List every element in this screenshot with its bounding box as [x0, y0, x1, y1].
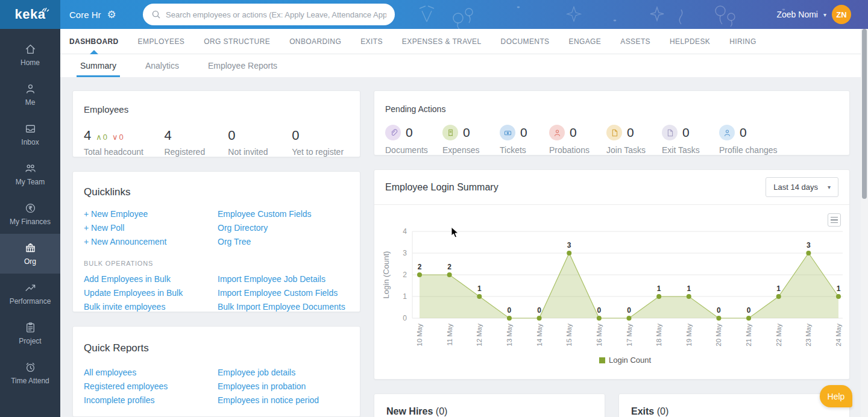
clock-icon: [24, 361, 37, 374]
svg-text:17 May: 17 May: [626, 324, 633, 346]
quicklink-link-new-poll[interactable]: + New Poll: [84, 223, 218, 233]
bulk-link-update-employees-in-bulk[interactable]: Update Employees in Bulk: [84, 288, 218, 298]
nav-tab-employees[interactable]: EMPLOYEES: [138, 29, 185, 54]
sidebar-item-label: Project: [19, 337, 41, 345]
svg-text:19 May: 19 May: [685, 324, 693, 346]
sidebar-item-partial[interactable]: [0, 393, 60, 417]
pending-label: Probations: [549, 145, 606, 155]
svg-text:23 May: 23 May: [805, 324, 812, 346]
module-navbar: DASHBOARDEMPLOYEESORG STRUCTUREONBOARDIN…: [60, 29, 868, 54]
nav-tab-org-structure[interactable]: ORG STRUCTURE: [204, 29, 270, 54]
login-summary-card: Employee Login Summary Last 14 days ▾ 01…: [374, 169, 850, 380]
report-link-employee-job-details[interactable]: Employee job details: [218, 368, 349, 377]
subtab-summary[interactable]: Summary: [80, 54, 116, 77]
login-summary-header: Employee Login Summary Last 14 days ▾: [374, 170, 849, 205]
stat-label: Total headcount: [84, 147, 164, 157]
sidebar-item-inbox[interactable]: Inbox: [0, 114, 60, 154]
settings-gear-icon[interactable]: ⚙: [107, 10, 116, 20]
svg-text:3: 3: [807, 241, 811, 249]
pending-label: Tickets: [500, 145, 549, 155]
chart-menu-icon[interactable]: [828, 213, 841, 227]
user-name: Zoeb Nomi: [777, 10, 818, 19]
main-area: DASHBOARDEMPLOYEESORG STRUCTUREONBOARDIN…: [60, 29, 868, 417]
help-button[interactable]: Help: [820, 385, 852, 407]
pending-exit-tasks[interactable]: 0Exit Tasks: [662, 125, 719, 155]
sidebar-item-time-attend[interactable]: Time Attend: [0, 353, 60, 393]
pending-expenses[interactable]: 0Expenses: [442, 125, 500, 155]
subtab-analytics[interactable]: Analytics: [145, 54, 179, 77]
sidebar-item-home[interactable]: Home: [0, 35, 60, 75]
pending-count: 0: [520, 125, 527, 140]
svg-text:2: 2: [418, 263, 422, 271]
clipboard-icon: [24, 321, 37, 334]
svg-text:0: 0: [403, 314, 407, 322]
subtab-employee-reports[interactable]: Employee Reports: [208, 54, 277, 77]
svg-text:1: 1: [687, 284, 691, 293]
pending-profile-changes[interactable]: 0Profile changes: [719, 125, 785, 155]
bulk-link-import-employee-custom-fields[interactable]: Import Employee Custom Fields: [218, 288, 349, 298]
bulk-link-bulk-invite-employees[interactable]: Bulk invite employees: [84, 302, 218, 312]
report-link-employees-in-probation[interactable]: Employees in probation: [218, 381, 349, 391]
sidebar-item-label: Home: [20, 58, 40, 67]
svg-text:Login (Count): Login (Count): [382, 251, 391, 299]
avatar[interactable]: ZN: [832, 5, 851, 24]
global-search: [143, 4, 395, 25]
pending-actions-title: Pending Actions: [385, 104, 838, 114]
nav-tab-assets[interactable]: ASSETS: [620, 29, 650, 54]
sidebar-item-my-team[interactable]: My Team: [0, 154, 60, 194]
nav-tab-expenses-travel[interactable]: EXPENSES & TRAVEL: [402, 29, 482, 54]
right-column: Pending Actions 0Documents0Expenses0Tick…: [374, 90, 850, 417]
person-icon: [723, 128, 732, 137]
svg-text:0: 0: [627, 306, 631, 315]
quicklink-link-employee-custom-fields[interactable]: Employee Custom Fields: [218, 209, 349, 219]
bulk-link-add-employees-in-bulk[interactable]: Add Employees in Bulk: [84, 274, 218, 284]
date-range-value: Last 14 days: [773, 183, 818, 192]
stat-value: 4: [84, 128, 91, 143]
report-column: Employee job detailsEmployees in probati…: [218, 368, 349, 405]
pending-count: 0: [627, 125, 634, 140]
report-link-all-employees[interactable]: All employees: [84, 368, 218, 377]
quicklink-link-org-directory[interactable]: Org Directory: [218, 223, 349, 233]
pending-tickets[interactable]: 0Tickets: [500, 125, 549, 155]
user-menu[interactable]: Zoeb Nomi ▾ ZN: [777, 0, 852, 29]
bulk-link-import-employee-job-details[interactable]: Import Employee Job Details: [218, 274, 349, 284]
pending-join-tasks[interactable]: 0Join Tasks: [606, 125, 662, 155]
nav-tab-dashboard[interactable]: DASHBOARD: [69, 29, 119, 54]
svg-text:1: 1: [403, 292, 407, 301]
nav-tab-documents[interactable]: DOCUMENTS: [501, 29, 550, 54]
celebration-doodles: [0, 0, 868, 29]
pending-count: 0: [463, 125, 470, 140]
pending-count: 0: [740, 125, 747, 140]
sidebar-item-performance[interactable]: Performance: [0, 274, 60, 313]
svg-text:16 May: 16 May: [596, 324, 603, 346]
report-link-employees-in-notice-period[interactable]: Employees in notice period: [218, 395, 349, 405]
bulk-link-bulk-import-employee-documents[interactable]: Bulk Import Employee Documents: [218, 302, 349, 312]
exits-title: Exits: [631, 406, 654, 416]
pending-probations[interactable]: 0Probations: [549, 125, 606, 155]
date-range-dropdown[interactable]: Last 14 days ▾: [766, 177, 838, 197]
search-input[interactable]: [166, 10, 386, 19]
nav-tab-engage[interactable]: ENGAGE: [569, 29, 602, 54]
bulk-column: Add Employees in BulkUpdate Employees in…: [84, 274, 218, 312]
quicklink-link-new-employee[interactable]: + New Employee: [84, 209, 218, 219]
pending-documents[interactable]: 0Documents: [385, 125, 442, 155]
nav-tab-hiring[interactable]: HIRING: [729, 29, 756, 54]
report-link-registered-employees[interactable]: Registered employees: [84, 381, 218, 391]
svg-text:18 May: 18 May: [655, 324, 662, 346]
nav-tab-exits[interactable]: EXITS: [360, 29, 383, 54]
sidebar-item-project[interactable]: Project: [0, 313, 60, 353]
quicklink-link-org-tree[interactable]: Org Tree: [218, 237, 349, 246]
sidebar-item-my-finances[interactable]: My Finances: [0, 194, 60, 234]
svg-text:1: 1: [837, 284, 841, 293]
nav-tab-onboarding[interactable]: ONBOARDING: [289, 29, 341, 54]
quicklink-column: + New Employee+ New Poll+ New Announceme…: [84, 209, 218, 246]
scrollbar-thumb[interactable]: [862, 29, 867, 199]
sidebar-item-org[interactable]: Org: [0, 234, 60, 274]
pending-actions-card: Pending Actions 0Documents0Expenses0Tick…: [374, 90, 850, 155]
pending-count: 0: [406, 125, 413, 140]
nav-tab-helpdesk[interactable]: HELPDESK: [670, 29, 710, 54]
quicklink-link-new-announcement[interactable]: + New Announcement: [84, 237, 218, 246]
sidebar-item-me[interactable]: Me: [0, 75, 60, 114]
report-link-incomplete-profiles[interactable]: Incomplete profiles: [84, 395, 218, 405]
bulk-operations-label: BULK OPERATIONS: [84, 260, 349, 267]
